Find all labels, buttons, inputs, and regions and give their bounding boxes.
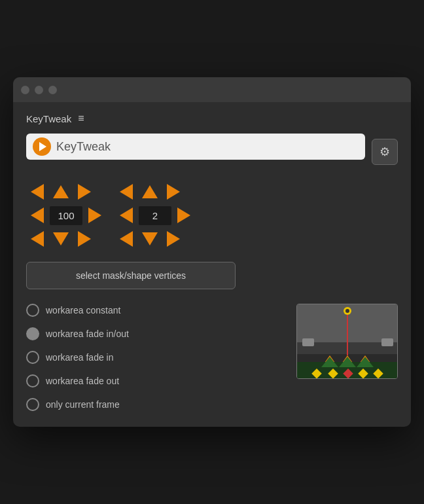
arrow-btn-right-1[interactable] — [84, 204, 106, 226]
tri-left-icon — [120, 231, 133, 247]
radio-workarea-fade-in[interactable] — [26, 351, 39, 364]
arrow-group-2: 2 — [115, 181, 195, 250]
arrow-row-top-2 — [115, 181, 195, 203]
arrow-row-bot-1 — [26, 228, 106, 250]
minimize-button[interactable] — [35, 86, 43, 94]
radio-label-4: only current frame — [46, 399, 120, 410]
titlebar — [13, 77, 411, 102]
tri-down-icon — [53, 232, 69, 245]
radio-row-4: only current frame — [26, 398, 277, 411]
arrow-row-mid-2: 2 — [115, 204, 195, 226]
arrow-btn-down-2[interactable] — [139, 228, 161, 250]
radio-label-0: workarea constant — [46, 305, 120, 315]
close-button[interactable] — [21, 86, 29, 94]
radio-row-0: workarea constant — [26, 304, 277, 317]
svg-point-8 — [345, 309, 349, 313]
arrow-btn-left-2[interactable] — [115, 204, 137, 226]
arrow-btn-left-up-2[interactable] — [115, 181, 137, 203]
tri-right-icon — [78, 231, 91, 247]
radio-options: workarea constant workarea fade in/out w… — [26, 304, 277, 411]
arrow-btn-left-1[interactable] — [26, 204, 48, 226]
arrow-btn-up-1[interactable] — [50, 181, 72, 203]
gear-button[interactable]: ⚙ — [372, 139, 398, 165]
search-bar — [26, 134, 365, 160]
play-icon — [33, 137, 51, 156]
radio-label-2: workarea fade in — [46, 352, 114, 363]
tri-left-icon — [31, 231, 44, 247]
arrow-group-1: 100 — [26, 181, 106, 250]
arrow-btn-right-2[interactable] — [173, 204, 195, 226]
value-display-2: 2 — [139, 206, 171, 225]
preview-area — [296, 304, 398, 379]
radio-row-2: workarea fade in — [26, 351, 277, 364]
select-mask-button[interactable]: select mask/shape vertices — [26, 262, 236, 289]
tri-left-icon — [120, 184, 133, 200]
arrow-btn-right-up-2[interactable] — [162, 181, 185, 203]
arrow-row-top-1 — [26, 181, 106, 203]
arrow-btn-right-down-2[interactable] — [162, 228, 185, 250]
arrow-btn-down-1[interactable] — [50, 228, 72, 250]
arrow-btn-left-up-1[interactable] — [26, 181, 48, 203]
menu-icon[interactable]: ≡ — [78, 113, 84, 124]
arrow-grid: 100 — [26, 181, 398, 250]
gear-icon: ⚙ — [380, 145, 390, 159]
tri-up-icon — [53, 185, 69, 198]
radio-workarea-fade-inout[interactable] — [26, 327, 39, 340]
radio-row-3: workarea fade out — [26, 374, 277, 387]
arrow-btn-right-down-1[interactable] — [73, 228, 96, 250]
arrow-row-mid-1: 100 — [26, 204, 106, 226]
radio-workarea-fade-out[interactable] — [26, 374, 39, 387]
maximize-button[interactable] — [48, 86, 57, 94]
main-window: KeyTweak ≡ ⚙ — [13, 77, 411, 427]
value-display-1: 100 — [50, 206, 82, 225]
preview-svg — [297, 304, 398, 379]
arrow-btn-left-down-2[interactable] — [115, 228, 137, 250]
arrow-btn-up-2[interactable] — [139, 181, 161, 203]
svg-rect-4 — [302, 338, 314, 346]
search-row: ⚙ — [26, 134, 398, 170]
tri-right-icon — [177, 207, 190, 223]
radio-label-1: workarea fade in/out — [46, 329, 129, 339]
tri-up-icon — [142, 185, 158, 198]
content-area: KeyTweak ≡ ⚙ — [13, 102, 411, 427]
radio-label-3: workarea fade out — [46, 376, 119, 386]
tri-right-icon — [167, 231, 180, 247]
tri-left-icon — [31, 207, 44, 223]
preview-image — [296, 304, 398, 379]
radio-row-1: workarea fade in/out — [26, 327, 277, 340]
bottom-section: workarea constant workarea fade in/out w… — [26, 304, 398, 411]
arrow-btn-left-down-1[interactable] — [26, 228, 48, 250]
tri-left-icon — [31, 184, 44, 200]
tri-left-icon — [120, 207, 133, 223]
tri-right-icon — [78, 184, 91, 200]
tri-right-icon — [167, 184, 180, 200]
search-input[interactable] — [56, 140, 359, 154]
radio-only-current-frame[interactable] — [26, 398, 39, 411]
app-header: KeyTweak ≡ — [26, 113, 398, 124]
arrow-btn-right-up-1[interactable] — [73, 181, 96, 203]
radio-workarea-constant[interactable] — [26, 304, 39, 317]
svg-rect-5 — [381, 338, 393, 346]
tri-right-icon — [88, 207, 101, 223]
app-title: KeyTweak — [26, 113, 71, 124]
arrow-row-bot-2 — [115, 228, 195, 250]
tri-down-icon — [142, 232, 158, 245]
